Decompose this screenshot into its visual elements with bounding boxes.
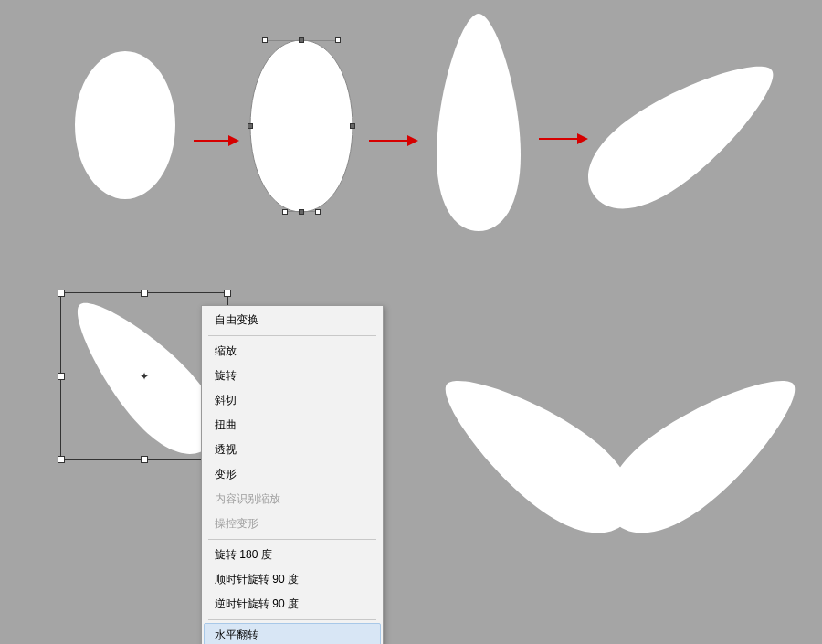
svg-point-0 [75, 51, 175, 199]
anchor-top[interactable] [299, 37, 304, 43]
menu-item-flip-horizontal[interactable]: 水平翻转 [204, 623, 381, 644]
menu-item-rotate[interactable]: 旋转 [204, 364, 381, 388]
transform-handle-bm[interactable] [141, 456, 148, 463]
menu-separator [208, 335, 376, 336]
transform-handle-ml[interactable] [58, 373, 65, 380]
menu-item-warp[interactable]: 变形 [204, 462, 381, 487]
menu-separator [208, 619, 376, 620]
menu-item-rotate-180[interactable]: 旋转 180 度 [204, 543, 381, 567]
anchor-top-handle-right[interactable] [335, 37, 341, 43]
transform-center-icon[interactable]: ✦ [138, 370, 151, 383]
anchor-right[interactable] [350, 123, 355, 129]
anchor-left[interactable] [248, 123, 253, 129]
shape-ellipse-step1 [75, 51, 175, 199]
menu-item-free-transform[interactable]: 自由变换 [204, 308, 381, 333]
menu-item-scale[interactable]: 缩放 [204, 339, 381, 364]
shape-ellipse-editing-step2[interactable] [248, 38, 354, 214]
menu-item-rotate-90-ccw[interactable]: 逆时针旋转 90 度 [204, 592, 381, 617]
menu-item-perspective[interactable]: 透视 [204, 438, 381, 462]
menu-item-distort[interactable]: 扭曲 [204, 413, 381, 438]
shape-petal-right [601, 354, 811, 546]
anchor-top-handle-left[interactable] [262, 37, 268, 43]
transform-handle-tl[interactable] [58, 290, 65, 297]
shape-teardrop-step3 [429, 9, 528, 236]
menu-item-puppet-warp: 操控变形 [204, 512, 381, 536]
context-menu: 自由变换 缩放 旋转 斜切 扭曲 透视 变形 内容识别缩放 操控变形 旋转 18… [201, 305, 384, 644]
menu-item-content-aware-scale: 内容识别缩放 [204, 487, 381, 512]
menu-item-skew[interactable]: 斜切 [204, 388, 381, 413]
anchor-bottom-handle-right[interactable] [315, 209, 321, 215]
transform-handle-tm[interactable] [141, 290, 148, 297]
menu-separator [208, 539, 376, 540]
menu-item-rotate-90-cw[interactable]: 顺时针旋转 90 度 [204, 567, 381, 592]
shape-teardrop-rotated-step4 [585, 37, 795, 219]
transform-handle-tr[interactable] [224, 290, 231, 297]
transform-handle-bl[interactable] [58, 456, 65, 463]
anchor-bottom-handle-left[interactable] [282, 209, 288, 215]
arrow-3 [539, 133, 588, 144]
arrow-2 [369, 135, 418, 146]
anchor-bottom[interactable] [299, 209, 304, 215]
arrow-1 [194, 135, 239, 146]
